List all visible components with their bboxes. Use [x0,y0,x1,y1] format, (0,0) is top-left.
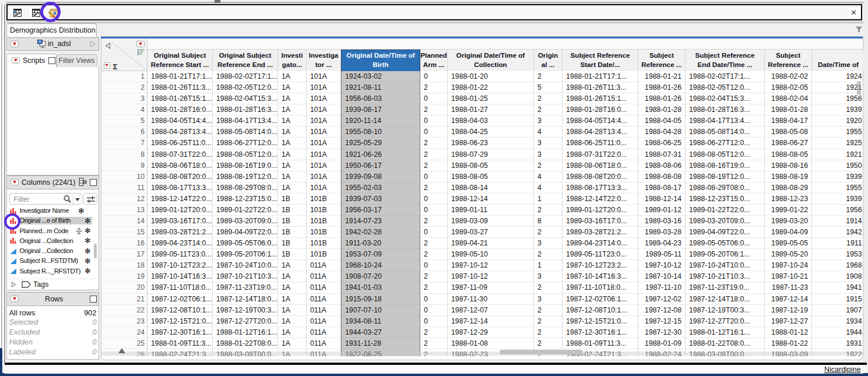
table-cell[interactable]: 1950-06-17 [342,160,420,171]
table-cell[interactable]: 1988-02-04T15:3... [213,93,277,104]
table-cell[interactable]: 2 [534,104,562,115]
table-cell[interactable]: 2 [534,71,562,82]
table-cell[interactable]: 1956-08-03 [342,93,420,104]
table-cell[interactable]: 1988-02-04T15:3... [686,93,764,104]
table-cell[interactable]: 1987-10-12T23:2... [563,260,638,271]
table-cell[interactable]: 1988-02-04 [765,93,811,104]
table-cell[interactable]: 1989-05-05T06:0... [213,238,277,249]
table-cell[interactable]: 1A [278,271,306,282]
table-cell[interactable]: 2 [534,305,562,316]
tab-filter-views[interactable]: Filter Views [57,54,97,67]
row-number[interactable]: 2 [101,82,147,93]
row-number[interactable]: 1 [101,71,147,82]
table-cell[interactable]: 1987-10-12 [638,260,685,271]
table-cell[interactable]: 1987-12-27 [765,316,811,327]
table-cell[interactable]: 011A [307,282,340,293]
table-cell[interactable]: 1 [534,260,562,271]
row-number[interactable]: 22 [101,305,147,316]
table-cell[interactable]: 1989-05-20T06:1... [686,249,764,260]
table-cell[interactable]: 101A [307,171,340,182]
table-cell[interactable]: 1987-12-08T10:1... [147,305,212,316]
table-cell[interactable]: 101B [307,238,340,249]
table-cell[interactable]: 1B [278,249,306,260]
table-cell[interactable]: 2 [420,149,447,160]
horizontal-scrollbar-track[interactable] [101,352,863,356]
table-cell[interactable]: 1941 [812,282,863,293]
table-cell[interactable]: 1988-08-06T18:0... [563,160,638,171]
table-cell[interactable]: 1987-12-08 [638,305,685,316]
table-cell[interactable]: 1988-06-25T11:0... [563,138,638,149]
table-cell[interactable]: 1989-03-20T09:0... [686,216,764,227]
table-cell[interactable]: 1987-11-10T18:0... [563,282,638,293]
table-cell[interactable]: 2 [534,93,562,104]
play-triangle-icon[interactable] [90,41,96,47]
table-cell[interactable]: 1987-10-21 [765,271,811,282]
table-cell[interactable]: 1939 [812,171,863,182]
table-cell[interactable]: 1988-02-05T12:0... [686,82,764,93]
column-header[interactable]: Original Date/Time ofCollection [448,50,534,71]
table-cell[interactable]: 2 [534,338,562,349]
table-cell[interactable]: 1941-01-03 [342,282,420,293]
table-cell[interactable]: 1988-01-28 [638,104,685,115]
row-number[interactable]: 19 [101,271,147,282]
row-number[interactable]: 16 [101,238,147,249]
table-cell[interactable]: 1988-04-25 [448,126,533,138]
column-header[interactable]: SubjectReference ... [765,50,812,71]
table-cell[interactable]: 1989-04-23T14:0... [563,238,638,249]
table-cell[interactable]: 1988-01-22 [448,82,533,93]
table-cell[interactable]: 011A [307,294,340,305]
table-cell[interactable]: 1921 [812,82,863,93]
table-cell[interactable]: 0 [420,115,447,126]
table-cell[interactable]: 1987-11-23T19:0... [213,282,277,293]
table-cell[interactable]: 1A [278,327,306,338]
table-cell[interactable]: 1989-01-12T20:0... [563,205,638,216]
table-cell[interactable]: 8 [534,216,562,227]
table-cell[interactable]: 101A [307,82,340,93]
scroll-up-arrow-icon[interactable] [118,348,125,353]
table-cell[interactable]: 1989-03-27 [448,227,533,238]
table-cell[interactable]: 1987-10-24T10:0... [686,260,764,271]
table-cell[interactable]: 1988-02-05T12:0... [213,82,277,93]
table-cell[interactable]: 1989-03-20T09:0... [213,216,277,227]
table-cell[interactable]: 1988-01-22T08:0... [213,338,277,349]
table-cell[interactable]: 1939-09-08 [342,171,420,182]
table-cell[interactable]: 1988-08-17 [638,182,685,194]
close-button[interactable]: ✕ [846,6,861,19]
table-cell[interactable]: 1B [278,227,306,238]
table-cell[interactable]: 0 [420,227,447,238]
column-header[interactable]: Original SubjectReference Start ... [147,50,213,71]
table-cell[interactable]: 1A [278,126,306,138]
table-cell[interactable]: 1950 [812,160,863,171]
table-cell[interactable]: 1989-01-22 [765,205,811,216]
table-cell[interactable]: 1988-12-23T15:0... [213,194,277,205]
table-cell[interactable]: 1987-12-19T00:3... [686,305,764,316]
table-cell[interactable]: 1988-01-26 [638,93,685,104]
table-cell[interactable]: 1987-12-27T20:0... [686,316,764,327]
column-list-item[interactable]: Investigator Name✻ [7,206,99,216]
table-cell[interactable]: 1988-01-20 [448,71,533,82]
table-cell[interactable]: 2 [420,338,447,349]
row-number[interactable]: 17 [101,249,147,260]
table-cell[interactable]: 1989-05-11T23:0... [147,249,212,260]
row-number[interactable]: 6 [101,126,147,138]
table-cell[interactable]: 1921 [812,149,863,160]
table-red-triangle-menu[interactable] [10,41,19,48]
table-cell[interactable]: 2 [534,327,562,338]
row-number[interactable]: 11 [101,182,147,194]
row-number[interactable]: 4 [101,104,147,115]
table-cell[interactable]: 011A [307,305,340,316]
table-cell[interactable]: 1988-04-28T13:4... [563,126,638,138]
table-cell[interactable]: 1988-08-14 [448,182,533,194]
table-cell[interactable]: 1989-04-23T14:0... [147,238,212,249]
table-cell[interactable]: 1934 [812,316,863,327]
scripts-checkbox[interactable] [48,57,55,64]
table-cell[interactable]: 1987-10-14 [638,271,685,282]
table-cell[interactable]: 1988-08-05 [448,171,533,182]
table-cell[interactable]: 101A [307,182,340,194]
table-cell[interactable]: 1988-08-05T12:0... [686,149,764,160]
table-cell[interactable]: 1987-10-21T10:3... [213,271,277,282]
table-cell[interactable]: 101A [307,93,340,104]
table-cell[interactable]: 1987-12-02T06:1... [147,294,212,305]
table-cell[interactable]: 1988-08-06T18:0... [147,160,212,171]
column-header[interactable]: SubjectReference ... [638,50,686,71]
